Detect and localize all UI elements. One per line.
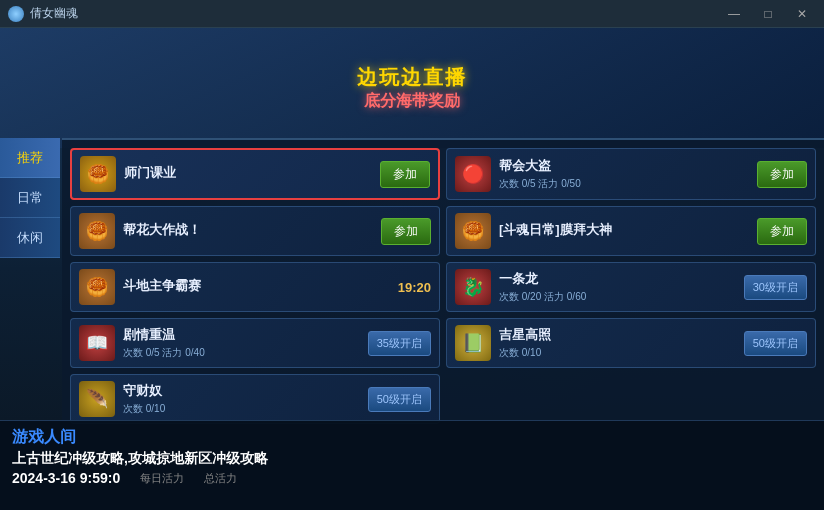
level-button-7[interactable]: 35级开启 [368,331,431,356]
activity-icon-8: 📗 [455,325,491,361]
window-controls: — □ ✕ [720,4,816,24]
app-title: 倩女幽魂 [30,5,78,22]
close-button[interactable]: ✕ [788,4,816,24]
activity-meta-8: 次数 0/10 [499,346,736,360]
sidebar-item-daily[interactable]: 日常 [0,178,60,218]
join-button-4[interactable]: 参加 [757,218,807,245]
activity-item-yitiaolong: 🐉 一条龙 次数 0/20 活力 0/60 30级开启 [446,262,816,312]
join-button-2[interactable]: 参加 [757,161,807,188]
activity-grid: 🥮 师门课业 参加 🔴 帮会大盗 次数 0/5 活力 0/50 参加 [62,140,824,432]
activity-item-banghua: 🥮 帮花大作战！ 参加 [70,206,440,256]
game-area: 边玩边直播 底分海带奖励 推荐 日常 休闲 🥮 师门课业 参加 [0,28,824,510]
bottom-stat2: 总活力 [204,471,237,486]
activity-action-3: 参加 [381,218,431,245]
activity-item-shoucainu: 🪶 守财奴 次数 0/10 50级开启 [70,374,440,424]
activity-item-banghuidade: 🔴 帮会大盗 次数 0/5 活力 0/50 参加 [446,148,816,200]
activity-name-7: 剧情重温 [123,326,360,344]
activity-action-9: 50级开启 [368,387,431,412]
activity-item-douhun: 🥮 [斗魂日常]膜拜大神 参加 [446,206,816,256]
time-text-5: 19:20 [398,280,431,295]
sidebar-item-recommend[interactable]: 推荐 [0,138,60,178]
sidebar-item-leisure[interactable]: 休闲 [0,218,60,258]
activity-name-2: 帮会大盗 [499,157,749,175]
activity-action-6: 30级开启 [744,275,807,300]
activity-icon-3: 🥮 [79,213,115,249]
banner-subtitle: 底分海带奖励 [357,91,467,112]
activity-meta-6: 次数 0/20 活力 0/60 [499,290,736,304]
activity-name-4: [斗魂日常]膜拜大神 [499,221,749,239]
activity-info-7: 剧情重温 次数 0/5 活力 0/40 [123,326,360,360]
activity-item-doudizhu: 🥮 斗地主争霸赛 19:20 [70,262,440,312]
activity-action-5: 19:20 [398,280,431,295]
bottom-info: 游戏人间 上古世纪冲级攻略,攻城掠地新区冲级攻略 2024-3-16 9:59:… [0,420,824,510]
banner-content: 边玩边直播 底分海带奖励 [357,64,467,112]
activity-name-8: 吉星高照 [499,326,736,344]
bottom-stat1: 每日活力 [140,471,184,486]
activity-info-5: 斗地主争霸赛 [123,277,390,297]
activity-icon-9: 🪶 [79,381,115,417]
minimize-button[interactable]: — [720,4,748,24]
title-bar: 倩女幽魂 — □ ✕ [0,0,824,28]
activity-info-9: 守财奴 次数 0/10 [123,382,360,416]
bottom-row: 2024-3-16 9:59:0 每日活力 总活力 [12,470,812,486]
activity-action-2: 参加 [757,161,807,188]
activity-icon-4: 🥮 [455,213,491,249]
activity-info-4: [斗魂日常]膜拜大神 [499,221,749,241]
join-button-1[interactable]: 参加 [380,161,430,188]
top-banner: 边玩边直播 底分海带奖励 [0,28,824,148]
activity-action-1: 参加 [380,161,430,188]
activity-info-1: 师门课业 [124,164,372,184]
activity-icon-5: 🥮 [79,269,115,305]
activity-item-juqing: 📖 剧情重温 次数 0/5 活力 0/40 35级开启 [70,318,440,368]
activity-name-1: 师门课业 [124,164,372,182]
level-button-8[interactable]: 50级开启 [744,331,807,356]
title-bar-left: 倩女幽魂 [8,5,78,22]
activity-name-9: 守财奴 [123,382,360,400]
activity-info-8: 吉星高照 次数 0/10 [499,326,736,360]
activity-meta-9: 次数 0/10 [123,402,360,416]
bottom-title2: 上古世纪冲级攻略,攻城掠地新区冲级攻略 [12,450,812,468]
activity-icon-7: 📖 [79,325,115,361]
activity-name-5: 斗地主争霸赛 [123,277,390,295]
activity-item-shimenkengye: 🥮 师门课业 参加 [70,148,440,200]
activity-meta-7: 次数 0/5 活力 0/40 [123,346,360,360]
level-button-9[interactable]: 50级开启 [368,387,431,412]
activity-meta-2: 次数 0/5 活力 0/50 [499,177,749,191]
activity-name-3: 帮花大作战！ [123,221,373,239]
left-sidebar: 推荐 日常 休闲 [0,138,60,258]
activity-info-3: 帮花大作战！ [123,221,373,241]
banner-title: 边玩边直播 [357,64,467,91]
activity-name-6: 一条龙 [499,270,736,288]
join-button-3[interactable]: 参加 [381,218,431,245]
activity-action-4: 参加 [757,218,807,245]
activity-icon-1: 🥮 [80,156,116,192]
activity-icon-2: 🔴 [455,156,491,192]
bottom-title1: 游戏人间 [12,427,812,448]
bottom-date: 2024-3-16 9:59:0 [12,470,120,486]
activity-icon-6: 🐉 [455,269,491,305]
activity-item-jixing: 📗 吉星高照 次数 0/10 50级开启 [446,318,816,368]
level-button-6[interactable]: 30级开启 [744,275,807,300]
activity-info-6: 一条龙 次数 0/20 活力 0/60 [499,270,736,304]
activity-action-7: 35级开启 [368,331,431,356]
main-panel: 🥮 师门课业 参加 🔴 帮会大盗 次数 0/5 活力 0/50 参加 [62,138,824,420]
activity-action-8: 50级开启 [744,331,807,356]
activity-info-2: 帮会大盗 次数 0/5 活力 0/50 [499,157,749,191]
app-icon [8,6,24,22]
maximize-button[interactable]: □ [754,4,782,24]
